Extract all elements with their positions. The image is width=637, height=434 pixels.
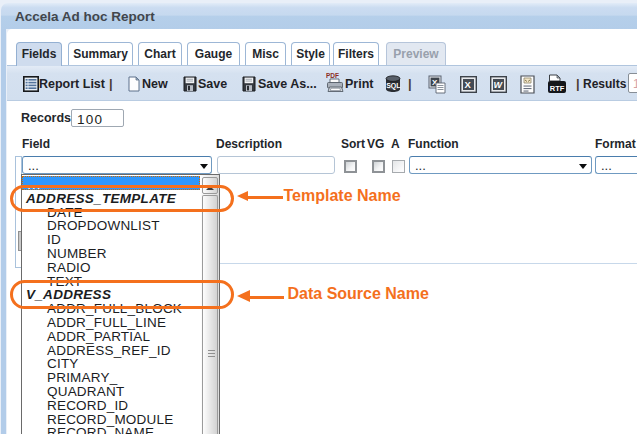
svg-text:W: W bbox=[493, 80, 503, 90]
svg-text:PDF: PDF bbox=[326, 72, 339, 79]
svg-text:SQL: SQL bbox=[386, 82, 401, 90]
svg-text:RTF: RTF bbox=[550, 84, 565, 93]
svg-text:X: X bbox=[465, 79, 472, 90]
